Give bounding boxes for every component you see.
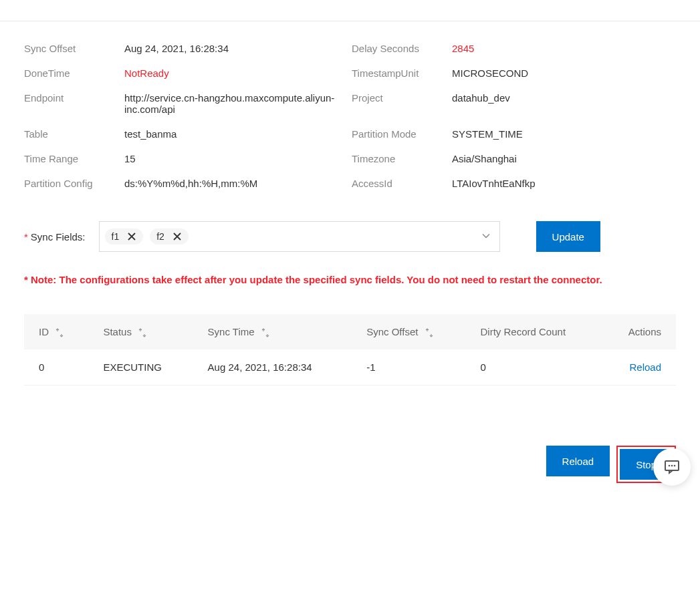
cell-sync-time: Aug 24, 2021, 16:28:34 bbox=[193, 349, 352, 386]
value-time-range: 15 bbox=[124, 153, 352, 164]
value-delay-seconds: 2845 bbox=[452, 43, 679, 54]
sort-icon[interactable] bbox=[261, 328, 269, 337]
label-access-id: AccessId bbox=[352, 178, 452, 189]
th-sync-offset-label: Sync Offset bbox=[366, 326, 418, 337]
label-done-time: DoneTime bbox=[24, 67, 124, 79]
label-project: Project bbox=[352, 92, 452, 115]
chevron-down-icon[interactable] bbox=[481, 231, 491, 243]
value-timestamp-unit: MICROSECOND bbox=[452, 67, 679, 79]
value-access-id: LTAIovTnhtEaNfkp bbox=[452, 178, 679, 189]
update-button[interactable]: Update bbox=[536, 221, 600, 252]
label-partition-config: Partition Config bbox=[24, 178, 124, 189]
value-timezone: Asia/Shanghai bbox=[452, 153, 679, 164]
sync-fields-label: *Sync Fields: bbox=[24, 231, 86, 243]
sync-field-tag: f1 bbox=[105, 228, 144, 245]
th-sync-time[interactable]: Sync Time bbox=[193, 314, 352, 349]
sync-fields-select[interactable]: f1 f2 bbox=[99, 221, 500, 252]
table-row: 0 EXECUTING Aug 24, 2021, 16:28:34 -1 0 … bbox=[24, 349, 676, 386]
value-partition-mode: SYSTEM_TIME bbox=[452, 128, 679, 140]
chat-icon bbox=[663, 458, 681, 476]
label-table: Table bbox=[24, 128, 124, 140]
sync-field-tag-text: f1 bbox=[112, 231, 120, 242]
label-timezone: Timezone bbox=[352, 153, 452, 164]
sync-fields-label-text: Sync Fields: bbox=[31, 231, 86, 243]
feedback-fab[interactable] bbox=[653, 448, 691, 486]
label-endpoint: Endpoint bbox=[24, 92, 124, 115]
top-divider bbox=[0, 0, 700, 21]
th-actions-label: Actions bbox=[628, 326, 661, 337]
cell-id: 0 bbox=[24, 349, 88, 386]
value-sync-offset: Aug 24, 2021, 16:28:34 bbox=[124, 43, 352, 54]
th-dirty-count: Dirty Record Count bbox=[466, 314, 602, 349]
svg-point-2 bbox=[671, 465, 673, 467]
cell-sync-offset: -1 bbox=[352, 349, 465, 386]
th-dirty-count-label: Dirty Record Count bbox=[481, 326, 566, 337]
close-icon[interactable] bbox=[127, 232, 136, 241]
reload-row-link[interactable]: Reload bbox=[629, 361, 661, 373]
th-id[interactable]: ID bbox=[24, 314, 88, 349]
th-status-label: Status bbox=[103, 326, 132, 337]
sort-icon[interactable] bbox=[55, 328, 64, 337]
svg-point-1 bbox=[669, 465, 671, 467]
svg-point-3 bbox=[674, 465, 676, 467]
value-project: datahub_dev bbox=[452, 92, 679, 115]
label-sync-offset: Sync Offset bbox=[24, 43, 124, 54]
th-sync-time-label: Sync Time bbox=[208, 326, 255, 337]
cell-dirty-count: 0 bbox=[466, 349, 602, 386]
status-table: ID Status Sync Time bbox=[24, 314, 676, 386]
th-id-label: ID bbox=[39, 326, 49, 337]
th-sync-offset[interactable]: Sync Offset bbox=[352, 314, 465, 349]
sort-icon[interactable] bbox=[425, 328, 433, 337]
label-time-range: Time Range bbox=[24, 153, 124, 164]
info-grid: Sync Offset Aug 24, 2021, 16:28:34 Delay… bbox=[24, 43, 676, 189]
value-endpoint: http://service.cn-hangzhou.maxcompute.al… bbox=[124, 92, 352, 115]
th-status[interactable]: Status bbox=[88, 314, 193, 349]
sort-icon[interactable] bbox=[138, 328, 146, 337]
value-table: test_banma bbox=[124, 128, 352, 140]
label-timestamp-unit: TimestampUnit bbox=[352, 67, 452, 79]
cell-status: EXECUTING bbox=[88, 349, 193, 386]
reload-button[interactable]: Reload bbox=[546, 446, 610, 476]
required-star: * bbox=[24, 231, 28, 243]
note-text: * Note: The configurations take effect a… bbox=[24, 271, 676, 289]
th-actions: Actions bbox=[602, 314, 676, 349]
close-icon[interactable] bbox=[172, 232, 182, 241]
sync-field-tag-text: f2 bbox=[156, 231, 164, 242]
value-done-time: NotReady bbox=[124, 67, 352, 79]
sync-field-tag: f2 bbox=[150, 228, 189, 245]
value-partition-config: ds:%Y%m%d,hh:%H,mm:%M bbox=[124, 178, 352, 189]
label-partition-mode: Partition Mode bbox=[352, 128, 452, 140]
label-delay-seconds: Delay Seconds bbox=[352, 43, 452, 54]
